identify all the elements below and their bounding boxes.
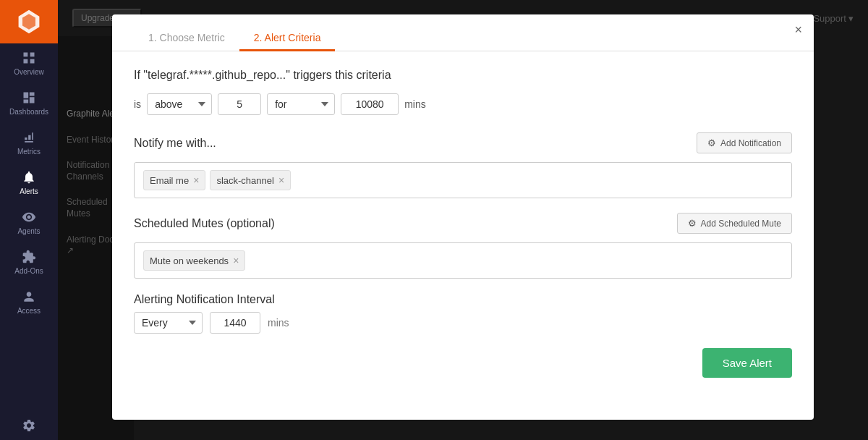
tag-mute-weekends-remove[interactable]: × <box>233 255 239 266</box>
modal-overlay: × 1. Choose Metric 2. Alert Criteria If … <box>58 0 868 440</box>
tag-slack-channel-label: slack-channel <box>216 175 274 186</box>
for-select[interactable]: for avg over <box>267 93 335 115</box>
sidebar-bottom <box>0 411 58 440</box>
tag-email-me-remove[interactable]: × <box>193 175 199 185</box>
sidebar-label-access: Access <box>17 307 41 315</box>
sidebar-label-agents: Agents <box>17 227 40 235</box>
tag-email-me-label: Email me <box>150 175 189 186</box>
sidebar-label-overview: Overview <box>14 68 44 76</box>
sidebar-item-access[interactable]: Access <box>0 282 58 322</box>
mutes-section-header: Scheduled Mutes (optional) ⚙ Add Schedul… <box>134 213 792 234</box>
sidebar-item-metrics[interactable]: Metrics <box>0 123 58 163</box>
sidebar: Overview Dashboards Metrics Alerts Agent… <box>0 0 58 440</box>
sidebar-label-addons: Add-Ons <box>14 267 43 275</box>
sidebar-item-dashboards[interactable]: Dashboards <box>0 83 58 123</box>
notify-tag-area: Email me × slack-channel × <box>134 162 792 198</box>
modal-close-button[interactable]: × <box>794 23 802 36</box>
save-alert-button[interactable]: Save Alert <box>702 348 792 378</box>
sidebar-item-alerts[interactable]: Alerts <box>0 163 58 203</box>
is-label: is <box>134 98 141 110</box>
sidebar-item-settings[interactable] <box>0 411 58 440</box>
svg-rect-4 <box>24 59 28 64</box>
tag-slack-channel: slack-channel × <box>210 170 291 190</box>
tag-slack-channel-remove[interactable]: × <box>278 175 284 185</box>
tab-alert-criteria[interactable]: 2. Alert Criteria <box>239 26 336 51</box>
sidebar-item-agents[interactable]: Agents <box>0 203 58 242</box>
duration-input[interactable] <box>341 93 399 115</box>
criteria-title: If "telegraf.*****.github_repo..." trigg… <box>134 69 792 82</box>
svg-rect-2 <box>24 53 28 57</box>
threshold-input[interactable] <box>218 93 261 115</box>
sidebar-label-metrics: Metrics <box>17 148 41 156</box>
add-notification-button[interactable]: ⚙ Add Notification <box>697 132 792 153</box>
tag-mute-weekends-label: Mute on weekends <box>150 255 229 266</box>
interval-select[interactable]: Every Once <box>134 312 203 334</box>
modal-tabs: 1. Choose Metric 2. Alert Criteria <box>112 14 814 51</box>
add-mute-label: Add Scheduled Mute <box>701 219 781 229</box>
svg-rect-3 <box>30 53 35 57</box>
modal: × 1. Choose Metric 2. Alert Criteria If … <box>112 14 814 420</box>
tag-email-me: Email me × <box>143 170 205 190</box>
app-logo[interactable] <box>0 0 58 43</box>
sidebar-item-overview[interactable]: Overview <box>0 43 58 83</box>
interval-row: Every Once mins <box>134 312 792 334</box>
gear-icon: ⚙ <box>707 138 716 148</box>
add-scheduled-mute-button[interactable]: ⚙ Add Scheduled Mute <box>677 213 792 234</box>
add-notification-label: Add Notification <box>720 138 781 148</box>
tag-mute-weekends: Mute on weekends × <box>143 250 245 271</box>
condition-select[interactable]: above below equal to <box>147 93 212 115</box>
gear-icon-mute: ⚙ <box>688 218 697 229</box>
mutes-title: Scheduled Mutes (optional) <box>134 217 275 230</box>
notify-title: Notify me with... <box>134 137 216 150</box>
interval-title: Alerting Notification Interval <box>134 293 792 306</box>
mins-label: mins <box>404 98 426 110</box>
interval-mins-label: mins <box>268 317 289 329</box>
modal-body: If "telegraf.*****.github_repo..." trigg… <box>112 51 814 351</box>
sidebar-label-alerts: Alerts <box>20 187 38 195</box>
interval-input[interactable] <box>210 312 260 334</box>
sidebar-label-dashboards: Dashboards <box>9 108 48 116</box>
criteria-row: is above below equal to for avg over min… <box>134 93 792 115</box>
tab-choose-metric[interactable]: 1. Choose Metric <box>134 26 239 51</box>
mutes-tag-area: Mute on weekends × <box>134 242 792 279</box>
notify-section-header: Notify me with... ⚙ Add Notification <box>134 132 792 153</box>
svg-rect-5 <box>30 59 35 64</box>
sidebar-item-addons[interactable]: Add-Ons <box>0 242 58 282</box>
